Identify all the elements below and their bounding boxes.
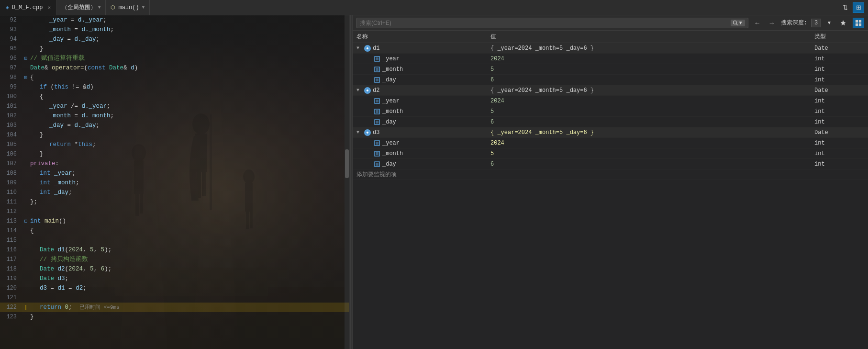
code-line-106: 106 } [0,149,349,159]
code-line-101: 101 _year /= d._year; [0,101,349,111]
svg-rect-33 [376,110,378,113]
svg-rect-41 [376,163,378,166]
depth-value: 3 [811,19,821,27]
func-dropdown-arrow: ▼ [142,5,145,10]
watch-cell-value-d2-month: 5 [487,108,811,115]
watch-cell-name-d3-day: _day [353,161,487,168]
depth-label: 搜索深度: [781,19,807,27]
code-line-92: 92 _year = d._year; [0,15,349,25]
watch-cell-type-d3-month: int [811,150,868,157]
svg-rect-37 [376,142,378,145]
code-line-118: 118 Date d2(2024, 5, 6); [0,264,349,274]
scope-dropdown[interactable]: （全局范围） ▼ [57,0,106,15]
watch-row-d2[interactable]: ▼ ◆ d2 { _year=2024 _month=5 _day=6 } Da… [353,85,868,96]
watch-cell-name-d2: ▼ ◆ d2 [353,87,487,94]
watch-panel: ▼ ← → 搜索深度: 3 ▼ [352,15,868,349]
code-line-120: 120 d3 = d1 = d2; [0,283,349,293]
svg-rect-27 [376,68,378,71]
watch-cell-type-d3-year: int [811,140,868,146]
main-content: 92 _year = d._year; 93 _month = d._month… [0,15,868,349]
code-line-107: 107 private: [0,159,349,169]
back-button[interactable]: ← [752,18,763,28]
file-tab-close[interactable]: ✕ [47,4,51,11]
search-button[interactable]: ▼ [731,20,745,26]
code-line-115: 115 [0,236,349,245]
watch-row-d3[interactable]: ▼ ◆ d3 { _year=2024 _month=5 _day=6 } Da… [353,127,868,138]
watch-row-d3-year[interactable]: _year 2024 int [353,138,868,148]
expand-d1[interactable]: ▼ [356,45,362,51]
code-line-119: 119 Date d3; [0,274,349,283]
watch-cell-value-d3: { _year=2024 _month=5 _day=6 } [487,129,811,136]
sync-button[interactable]: ⊞ [853,2,864,13]
panel-separator[interactable] [349,15,352,349]
add-watch-row[interactable]: 添加要监视的项 [353,169,868,180]
watch-row-d3-day[interactable]: _day 6 int [353,159,868,169]
watch-cell-value-d3-month: 5 [487,150,811,157]
code-line-94: 94 _day = d._day; [0,34,349,44]
watch-cell-type-d3: Date [811,129,868,136]
watch-cell-value-d2-day: 6 [487,119,811,125]
code-line-97: 97 Date& operator=(const Date& d) [0,63,349,73]
func-icon: ⬡ [111,4,115,11]
field-icon-d3-month [374,150,380,157]
watch-row-d2-year[interactable]: _year 2024 int [353,96,868,106]
svg-rect-21 [859,20,861,22]
expand-d3[interactable]: ▼ [356,130,362,135]
func-dropdown[interactable]: ⬡ main() ▼ [106,0,150,15]
forward-button[interactable]: → [767,18,777,28]
toolbar-grid-button[interactable] [853,18,864,28]
code-editor: 92 _year = d._year; 93 _month = d._month… [0,15,349,349]
code-line-110: 110 int _day; [0,188,349,197]
watch-row-d2-day[interactable]: _day 6 int [353,117,868,127]
search-input[interactable] [360,20,729,26]
obj-icon-d3: ◆ [364,129,371,136]
watch-row-d2-month[interactable]: _month 5 int [353,106,868,117]
func-label: main() [118,4,139,11]
watch-cell-type-d1-day: int [811,77,868,83]
field-icon-d2-year [374,98,380,104]
code-line-100: 100 { [0,92,349,101]
code-lines: 92 _year = d._year; 93 _month = d._month… [0,15,349,349]
watch-row-d1-month[interactable]: _month 5 int [353,64,868,75]
code-line-112: 112 [0,207,349,216]
code-line-111: 111 }; [0,197,349,207]
search-box[interactable]: ▼ [356,18,748,28]
svg-rect-23 [859,23,861,25]
watch-table: 名称 值 类型 ▼ ◆ d1 { _year=2024 _month=5 _da… [353,31,868,349]
watch-cell-value-d2-year: 2024 [487,98,811,104]
code-line-113: 113 ⊟ int main() [0,216,349,226]
field-icon-d1-day [374,77,380,83]
watch-cell-type-d2: Date [811,87,868,94]
svg-rect-35 [376,121,378,124]
watch-cell-name-d1-day: _day [353,77,487,83]
svg-rect-31 [376,100,378,102]
watch-row-d1[interactable]: ▼ ◆ d1 { _year=2024 _month=5 _day=6 } Da… [353,43,868,54]
code-line-105: 105 return *this; [0,140,349,149]
search-icon [733,20,738,26]
svg-point-18 [733,21,736,24]
file-tab-label: D_M_F.cpp [12,4,43,11]
code-line-116: 116 Date d1(2024, 5, 5); [0,245,349,255]
watch-cell-name-d3-month: _month [353,150,487,157]
watch-cell-value-d1-month: 5 [487,66,811,73]
expand-d2[interactable]: ▼ [356,88,362,93]
pin-button[interactable]: ⇅ [839,2,851,13]
watch-row-d1-day[interactable]: _day 6 int [353,75,868,85]
depth-dropdown-button[interactable]: ▼ [825,19,834,26]
svg-rect-29 [376,79,378,81]
file-tab[interactable]: ◈ D_M_F.cpp ✕ [0,0,57,15]
code-line-99: 99 if (this != &d) [0,82,349,92]
obj-icon-d1: ◆ [364,45,371,52]
watch-row-d1-year[interactable]: _year 2024 int [353,54,868,64]
watch-cell-type-d3-day: int [811,161,868,168]
field-icon-d3-day [374,161,380,168]
watch-row-d3-month[interactable]: _month 5 int [353,148,868,159]
watch-cell-name-d1: ▼ ◆ d1 [353,45,487,52]
watch-cell-name-d1-month: _month [353,66,487,73]
toolbar-pin-button[interactable] [837,18,849,28]
watch-cell-value-d1-year: 2024 [487,56,811,62]
code-line-123: 123 } [0,312,349,322]
watch-cell-name-d2-year: _year [353,98,487,104]
watch-cell-value-d3-day: 6 [487,161,811,168]
code-line-108: 108 int _year; [0,169,349,178]
